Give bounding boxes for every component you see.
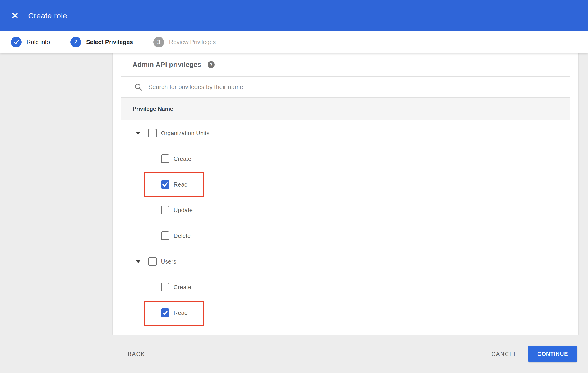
checkbox-users-read[interactable] [161,309,169,317]
step-label: Role info [27,39,50,46]
step-separator [140,42,147,42]
table-header: Privilege Name [121,98,570,120]
privilege-row-users-read: Read [121,300,570,326]
step-select-privileges[interactable]: 2 Select Privileges [70,37,133,47]
cancel-button[interactable]: CANCEL [492,335,517,373]
help-icon[interactable]: ? [208,61,215,68]
privilege-row-users: Users [121,249,570,274]
footer-bar: BACK CANCEL CONTINUE [0,335,588,373]
search-icon [134,83,142,91]
checkbox-users[interactable] [148,257,157,266]
privilege-label: Update [174,207,193,214]
collapse-arrow-icon[interactable] [136,132,141,135]
step-number: 3 [153,37,164,47]
step-role-info[interactable]: Role info [11,37,50,47]
checkbox-users-create[interactable] [161,283,169,291]
checkbox-update[interactable] [161,206,169,214]
privilege-label: Create [174,284,191,291]
privilege-name-column-header: Privilege Name [132,106,173,112]
privilege-label: Users [161,258,176,265]
main-area: Admin API privileges ? Privilege Name [0,53,588,335]
privilege-label: Organization Units [161,130,210,137]
continue-button[interactable]: CONTINUE [528,346,577,362]
privilege-label: Read [174,309,188,316]
privilege-row-create: Create [121,146,570,172]
content-panel: Admin API privileges ? Privilege Name [113,53,578,335]
search-input[interactable] [148,83,570,91]
privilege-label: Create [174,155,191,162]
section-title: Admin API privileges [132,61,201,68]
privilege-search-row [121,77,570,98]
section-header: Admin API privileges ? [121,53,570,77]
step-number: 2 [70,37,81,47]
privilege-label: Delete [174,232,191,239]
step-label: Select Privileges [86,39,133,46]
checkbox-create[interactable] [161,155,169,163]
back-button[interactable]: BACK [128,335,145,373]
collapse-arrow-icon[interactable] [136,260,141,263]
step-review-privileges[interactable]: 3 Review Privileges [153,37,216,47]
privilege-row-delete: Delete [121,223,570,249]
step-complete-check-icon [11,37,21,47]
step-separator [57,42,64,42]
privilege-row-read: Read [121,172,570,197]
checkbox-delete[interactable] [161,231,169,240]
stepper: Role info 2 Select Privileges 3 Review P… [0,31,588,53]
step-label: Review Privileges [169,39,216,46]
close-icon[interactable]: ✕ [7,8,23,24]
checkbox-read[interactable] [161,180,169,189]
page-title: Create role [28,11,67,20]
privilege-row-update: Update [121,197,570,223]
privilege-label: Read [174,181,188,188]
privileges-card: Admin API privileges ? Privilege Name [121,53,570,335]
privilege-row-users-create: Create [121,274,570,300]
checkbox-organization-units[interactable] [148,129,157,137]
create-role-dialog: ✕ Create role Role info 2 Select Privile… [0,0,588,373]
privilege-row-organization-units: Organization Units [121,120,570,146]
appbar: ✕ Create role [0,0,588,31]
privilege-rows: Organization Units Create Read [121,120,570,326]
